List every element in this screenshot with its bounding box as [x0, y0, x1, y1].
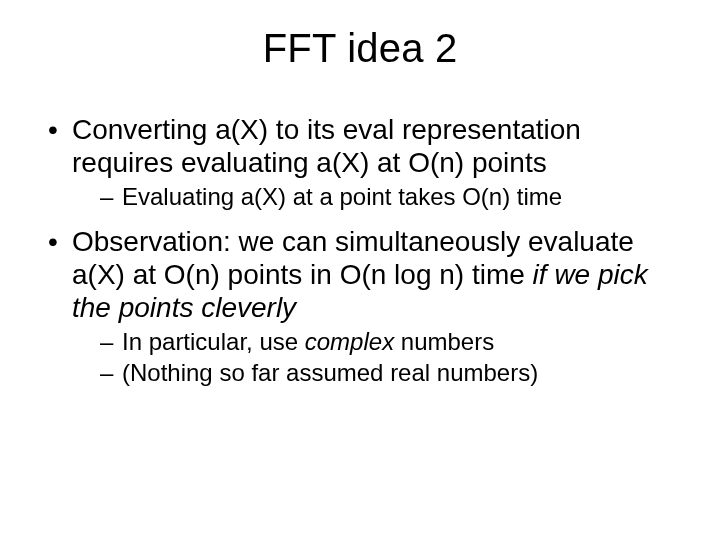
bullet-2-sub-1-c: numbers: [394, 328, 494, 355]
bullet-2: Observation: we can simultaneously evalu…: [44, 225, 676, 387]
slide-title: FFT idea 2: [0, 26, 720, 71]
bullet-2-sub-2: (Nothing so far assumed real numbers): [100, 359, 676, 387]
bullet-2-sub-1-a: In particular, use: [122, 328, 305, 355]
bullet-2-sub-1: In particular, use complex numbers: [100, 328, 676, 356]
slide: FFT idea 2 Converting a(X) to its eval r…: [0, 0, 720, 540]
bullet-2-sublist: In particular, use complex numbers (Noth…: [72, 328, 676, 387]
bullet-1-sublist: Evaluating a(X) at a point takes O(n) ti…: [72, 183, 676, 211]
bullet-1-sub-1: Evaluating a(X) at a point takes O(n) ti…: [100, 183, 676, 211]
bullet-1: Converting a(X) to its eval representati…: [44, 113, 676, 211]
bullet-2-sub-1-b-italic: complex: [305, 328, 394, 355]
bullet-list: Converting a(X) to its eval representati…: [0, 113, 720, 387]
bullet-1-text: Converting a(X) to its eval representati…: [72, 114, 581, 178]
